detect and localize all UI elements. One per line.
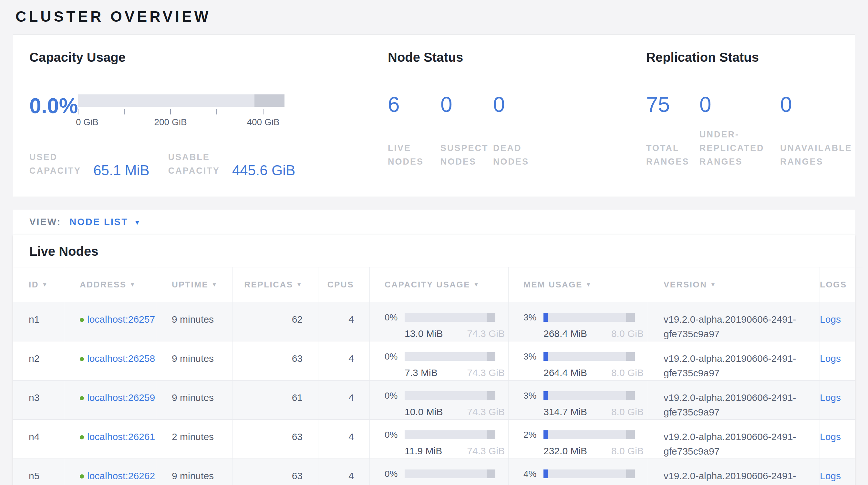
version-cell: v19.2.0-alpha.20190606-2491-gfe735c9a97	[648, 302, 819, 341]
column-header-label: REPLICAS	[244, 280, 293, 290]
uptime-cell: 9 minutes	[156, 302, 232, 341]
cpus-cell: 4	[318, 380, 369, 419]
capacity-axis: 0 GiB 200 GiB 400 GiB	[78, 107, 284, 129]
memory-bar-reserved-segment	[626, 391, 635, 400]
node-status-stat-value: 0	[493, 94, 546, 115]
memory-usage-bar	[544, 391, 635, 400]
capacity-usage-percent: 0%	[384, 428, 405, 442]
node-address-cell: localhost:26262	[64, 459, 156, 485]
node-address-link[interactable]: localhost:26262	[80, 470, 155, 481]
live-status-dot-icon	[80, 474, 84, 479]
table-header-row: ID▼ADDRESS▼UPTIME▼REPLICAS▼CPUSCAPACITY …	[13, 267, 855, 302]
column-header-replicas[interactable]: REPLICAS▼	[232, 267, 318, 302]
node-status-stat-label: LIVE NODES	[388, 142, 440, 169]
sort-caret-icon: ▼	[42, 281, 48, 288]
logs-link[interactable]: Logs	[820, 314, 841, 325]
node-address-cell: localhost:26258	[64, 341, 156, 380]
logs-cell: Logs	[819, 380, 857, 419]
memory-bar-reserved-segment	[626, 469, 635, 478]
view-selector[interactable]: NODE LIST ▼	[69, 217, 140, 227]
logs-link[interactable]: Logs	[820, 392, 841, 403]
capacity-used-value: 7.3 MiB	[405, 365, 438, 380]
column-header-label: VERSION	[663, 280, 707, 290]
cpus-cell: 4	[318, 341, 369, 380]
live-status-dot-icon	[80, 357, 84, 361]
replicas-cell: 63	[232, 341, 318, 380]
memory-usage-bar	[544, 313, 635, 322]
replication-stat-value: 0	[780, 94, 858, 115]
column-header-uptime[interactable]: UPTIME▼	[156, 267, 232, 302]
axis-tick-label: 200 GiB	[154, 117, 187, 127]
replication-status-title: Replication Status	[646, 50, 858, 65]
view-bar: VIEW: NODE LIST ▼	[13, 210, 855, 234]
memory-bar-reserved-segment	[626, 430, 635, 439]
memory-bar-reserved-segment	[626, 352, 635, 361]
capacity-usage-percent: 0%	[384, 350, 405, 364]
memory-used-value: 268.4 MiB	[544, 326, 587, 341]
node-address-link[interactable]: localhost:26257	[80, 314, 155, 325]
capacity-usage-cell: 0%11.9 MiB74.3 GiB	[369, 420, 508, 458]
capacity-used-value: 12.4 MiB	[405, 483, 443, 485]
node-id-cell: n5	[13, 459, 64, 485]
node-address-link[interactable]: localhost:26258	[80, 353, 155, 364]
capacity-percent: 0.0%	[29, 95, 78, 116]
usable-capacity-stat: USABLE CAPACITY 445.6 GiB	[168, 151, 296, 178]
memory-usage-cell: 3%268.4 MiB8.0 GiB	[508, 302, 648, 341]
axis-tick-label: 400 GiB	[247, 117, 279, 127]
usable-capacity-value: 445.6 GiB	[232, 162, 296, 178]
replication-stat-label: UNDER-REPLICATED RANGES	[700, 128, 780, 169]
used-capacity-label: USED CAPACITY	[29, 151, 85, 178]
capacity-usage-bar	[405, 313, 495, 322]
logs-link[interactable]: Logs	[820, 431, 841, 442]
memory-usage-percent: 2%	[523, 428, 544, 442]
node-address-cell: localhost:26261	[64, 420, 156, 458]
node-address-link[interactable]: localhost:26261	[80, 431, 155, 442]
node-id-cell: n2	[13, 341, 64, 380]
logs-cell: Logs	[819, 459, 857, 485]
capacity-usage-percent: 0%	[384, 467, 405, 481]
capacity-bar-reserved-segment	[487, 313, 495, 322]
capacity-usage-title: Capacity Usage	[29, 50, 388, 65]
memory-used-value: 232.0 MiB	[544, 444, 587, 458]
live-status-dot-icon	[80, 435, 84, 439]
capacity-used-value: 10.0 MiB	[405, 404, 443, 419]
capacity-total-value: 74.3 GiB	[467, 483, 505, 485]
logs-link[interactable]: Logs	[820, 470, 841, 481]
sort-caret-icon: ▼	[473, 281, 479, 288]
node-id-cell: n4	[13, 420, 64, 458]
usable-capacity-label: USABLE CAPACITY	[168, 151, 224, 178]
replication-stat: 0UNAVAILABLE RANGES	[780, 94, 858, 169]
capacity-usage-section: Capacity Usage 0.0% 0 GiB 200 GiB	[29, 50, 388, 178]
cluster-overview-page: CLUSTER OVERVIEW Capacity Usage 0.0%	[0, 0, 868, 485]
column-header-capacity[interactable]: CAPACITY USAGE▼	[369, 267, 508, 302]
capacity-bar-reserved-segment	[254, 94, 284, 107]
column-header-memory[interactable]: MEM USAGE▼	[508, 267, 648, 302]
column-header-label: ID	[29, 280, 39, 290]
capacity-bar-reserved-segment	[487, 430, 495, 439]
node-address-cell: localhost:26259	[64, 380, 156, 419]
live-nodes-card: Live Nodes ID▼ADDRESS▼UPTIME▼REPLICAS▼CP…	[13, 234, 855, 485]
axis-tick	[263, 109, 264, 114]
column-header-version[interactable]: VERSION▼	[648, 267, 819, 302]
version-cell: v19.2.0-alpha.20190606-2491-gfe735c9a97	[648, 380, 819, 419]
uptime-cell: 9 minutes	[156, 459, 232, 485]
axis-tick	[78, 109, 79, 114]
memory-total-value: 8.0 GiB	[611, 444, 644, 458]
table-row: n4localhost:262612 minutes6340%11.9 MiB7…	[13, 419, 855, 458]
node-status-stat: 0SUSPECT NODES	[440, 94, 493, 169]
version-cell: v19.2.0-alpha.20190606-2491-gfe735c9a97	[648, 420, 819, 458]
logs-link[interactable]: Logs	[820, 353, 841, 364]
node-status-stat: 6LIVE NODES	[388, 94, 440, 169]
capacity-usage-percent: 0%	[384, 389, 405, 403]
replication-stat: 75TOTAL RANGES	[646, 94, 700, 169]
replicas-cell: 62	[232, 302, 318, 341]
uptime-cell: 2 minutes	[156, 420, 232, 458]
capacity-total-value: 74.3 GiB	[467, 365, 505, 380]
memory-usage-cell: 3%314.7 MiB8.0 GiB	[508, 380, 648, 419]
column-header-address[interactable]: ADDRESS▼	[64, 267, 156, 302]
node-address-link[interactable]: localhost:26259	[80, 392, 155, 403]
replication-stat-label: TOTAL RANGES	[646, 142, 700, 169]
capacity-bar-reserved-segment	[487, 352, 495, 361]
node-address-cell: localhost:26257	[64, 302, 156, 341]
column-header-id[interactable]: ID▼	[13, 267, 64, 302]
